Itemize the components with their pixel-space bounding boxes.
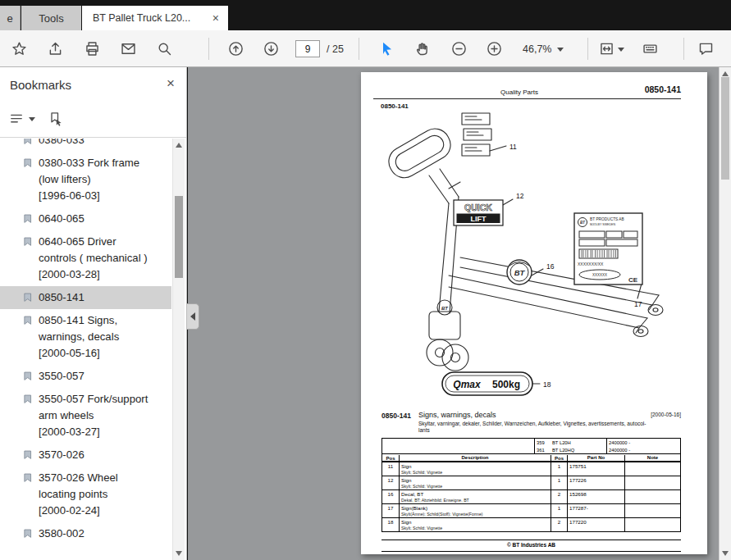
scroll-down-arrow-icon[interactable] <box>176 551 182 556</box>
scroll-down-arrow-icon[interactable] <box>722 551 729 556</box>
sidebar-scrollbar[interactable] <box>172 139 185 560</box>
search-button[interactable] <box>152 37 176 61</box>
cell-partno: 152698 <box>567 490 624 503</box>
model-name: BT L20H <box>551 440 606 445</box>
select-tool-button[interactable] <box>373 37 398 61</box>
qmax-capacity-decal: Qmax 500kg <box>442 372 532 395</box>
section-number: 0850-141 <box>381 412 411 420</box>
tab-document[interactable]: BT Pallet Truck L20... × <box>82 6 228 30</box>
page-header-center: Quality Parts <box>361 89 678 96</box>
page-number-input[interactable] <box>295 40 320 57</box>
bookmark-label: 3580-002 <box>39 526 85 542</box>
page-footer: © BT Industries AB <box>381 542 681 548</box>
model-code: 361 <box>534 446 551 453</box>
bookmark-item[interactable]: 0380-033 <box>0 139 171 152</box>
table-row: 16 Decal, BTDekal, BT; Abziehbild; Ensei… <box>382 489 680 503</box>
bookmark-item-selected[interactable]: 0850-141 <box>0 286 171 309</box>
table-row: 12 SignSkylt; Schild; Vignette 1 177226 <box>382 476 680 489</box>
scroll-up-arrow-icon[interactable] <box>722 71 729 76</box>
callout-18: 18 <box>543 380 551 389</box>
model-name: BT L20HQ <box>551 448 606 453</box>
cell-partno: 177220 <box>567 518 624 531</box>
chevron-down-icon[interactable] <box>618 48 624 52</box>
arrow-down-circle-icon <box>263 40 280 57</box>
bookmarks-panel-title: Bookmarks <box>10 78 71 92</box>
bookmark-item[interactable]: 3550-057 <box>0 365 171 388</box>
tab-tools[interactable]: Tools <box>21 6 81 30</box>
cell-note <box>624 476 680 489</box>
model-serial: 2400000 - <box>606 446 680 453</box>
cell-partno: 177287- <box>567 504 624 517</box>
model-row: 359 BT L20H 2400000 - <box>382 439 680 446</box>
document-scrollbar-thumb[interactable] <box>721 77 729 180</box>
cell-pos: 17 <box>382 504 399 517</box>
bookmark-item[interactable]: 3570-026 <box>0 444 171 467</box>
share-button[interactable] <box>43 37 67 61</box>
locate-current-bookmark-button[interactable] <box>48 108 64 130</box>
pdf-page: Quality Parts 0850-141 0850-141 <box>361 72 707 554</box>
bookmark-label: 0850-141 Signs, warnings, decals [2000-0… <box>39 312 119 362</box>
bookmarks-list: 0380-033 0380-033 Fork frame (low lifter… <box>0 139 171 560</box>
svg-text:BT: BT <box>514 268 526 277</box>
scrolling-mode-button[interactable] <box>637 37 662 61</box>
page-fit-button[interactable] <box>594 37 619 61</box>
favorites-star-button[interactable] <box>7 37 31 61</box>
bookmarks-options-button[interactable] <box>8 108 35 130</box>
zoom-level-value: 46,7% <box>523 43 551 55</box>
cell-qty: 1 <box>551 476 567 489</box>
cell-name: Decal, BT <box>401 491 423 497</box>
cell-note <box>624 518 680 531</box>
share-upload-icon <box>47 40 64 57</box>
model-serial: 2400000 - <box>606 439 680 446</box>
footer-rule <box>381 551 681 552</box>
scroll-up-arrow-icon[interactable] <box>176 143 182 148</box>
cell-qty: 1 <box>551 462 567 476</box>
keyboard-icon <box>642 40 659 57</box>
col-header-partno: Part No <box>567 455 624 461</box>
bookmark-item[interactable]: 0380-033 Fork frame (low lifters) [1996-… <box>0 152 171 207</box>
close-icon[interactable]: × <box>210 11 222 25</box>
parts-table: 359 BT L20H 2400000 - 361 BT L20HQ 24000… <box>381 438 681 532</box>
hand-tool-button[interactable] <box>410 37 435 61</box>
bookmark-item[interactable]: 3550-057 Fork/support arm wheels [2000-0… <box>0 388 171 444</box>
close-icon[interactable]: × <box>167 75 175 92</box>
star-icon <box>11 40 28 57</box>
svg-text:BT PRODUCTS AB: BT PRODUCTS AB <box>590 217 624 221</box>
minus-circle-icon <box>450 40 468 57</box>
zoom-level-dropdown[interactable]: 46,7% <box>519 41 567 57</box>
print-button[interactable] <box>80 37 104 61</box>
pointer-cursor-icon <box>377 40 395 57</box>
bookmark-item[interactable]: 0640-065 Driver controls ( mechanical ) … <box>0 230 171 286</box>
bookmark-item[interactable]: 3570-026 Wheel locating points [2000-02-… <box>0 467 171 522</box>
cell-note <box>624 490 680 503</box>
bookmark-label: 0640-065 Driver controls ( mechanical ) … <box>39 234 148 283</box>
tab-home-partial-label: e <box>7 12 12 25</box>
col-header-pos: Pos <box>382 455 399 461</box>
bookmark-item[interactable]: 0850-141 Signs, warnings, decals [2000-0… <box>0 309 171 365</box>
bookmark-icon <box>22 157 33 168</box>
zoom-out-button[interactable] <box>446 37 471 61</box>
collapse-panel-handle[interactable] <box>187 303 199 330</box>
zoom-in-button[interactable] <box>482 37 506 61</box>
cell-qty: 2 <box>551 490 567 503</box>
header-rule <box>373 98 681 99</box>
previous-page-button[interactable] <box>223 37 248 61</box>
comment-button[interactable] <box>693 37 718 61</box>
next-page-button[interactable] <box>258 37 283 61</box>
cell-translation: Skylt; Schild; Vignette <box>401 470 442 475</box>
bookmarks-panel: Bookmarks × 0380-033 0380-033 Fork frame… <box>0 67 187 560</box>
document-scrollbar[interactable] <box>719 67 731 560</box>
sidebar-scrollbar-thumb[interactable] <box>175 196 183 278</box>
svg-text:XXXXXX: XXXXXX <box>592 273 607 277</box>
hand-icon <box>414 40 432 57</box>
bookmark-item[interactable]: 3580-002 <box>0 522 171 545</box>
email-button[interactable] <box>116 37 140 61</box>
bookmark-item[interactable]: 0640-065 <box>0 207 171 230</box>
cell-note <box>624 504 680 517</box>
svg-text:CE: CE <box>628 276 638 284</box>
bookmark-icon <box>22 528 33 539</box>
svg-text:LIFT: LIFT <box>471 215 487 223</box>
tab-home-partial[interactable]: e <box>0 6 21 30</box>
col-header-pos2: Pos <box>551 455 567 461</box>
envelope-icon <box>120 40 137 57</box>
